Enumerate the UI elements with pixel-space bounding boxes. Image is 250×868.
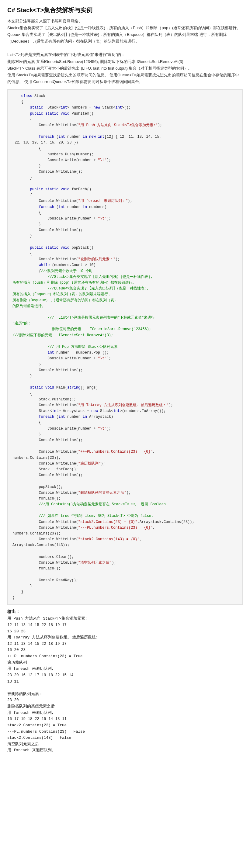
output-line-13: 23 20 (7, 697, 243, 704)
output-line-14: 删除栈队列的某些元素之后 (7, 704, 243, 710)
output-line-3: 用 ToArray 方法从序列创建数组. 然后遍历数组: (7, 634, 243, 641)
output-line-12: 被删除的队列元素： (7, 691, 243, 698)
output-line-20: 清空队列元素之后 (7, 741, 243, 748)
intro-line-6: 删除对应的元素 某系IGenericSort.Remove(123456); 删… (7, 58, 243, 65)
intro-line-5: List<T>列表是按照元素在列表中的"下标或元素值"来进行"遍历"的： (7, 51, 243, 58)
output-line-8: 用 foreach 来遍历队列, (7, 666, 243, 672)
output-line-2: 16 20 23 (7, 628, 243, 635)
output-line-5: 16 20 23 (7, 647, 243, 653)
intro-line-8: 使用 Stack<T>如果需要查找后进先出的顺序访问的信息。 使用Queue<T… (7, 72, 243, 85)
output-line-10: 13 11 (7, 679, 243, 685)
intro-line-1: 本文部分注释部分来源于书籍和官网网络。 (7, 18, 243, 25)
output-label: 输出： (7, 609, 243, 615)
output-line-7: 遍历栈队列 (7, 660, 243, 666)
output-line-9: 23 20 16 12 17 19 18 22 15 14 (7, 672, 243, 679)
output-line-1: 12 11 13 14 15 22 18 19 17 (7, 622, 243, 628)
output-line-11 (7, 685, 243, 691)
output-line-16: 16 17 19 18 22 15 14 13 11 (7, 716, 243, 722)
output-line-0: 用 Push 方法来向 Stack<T>集合添加元素: (7, 616, 243, 622)
output-block: 用 Push 方法来向 Stack<T>集合添加元素: 12 11 13 14 … (7, 616, 243, 754)
output-line-19: stack2.Contains(143) = False (7, 735, 243, 741)
intro-line-7: Stack<T> Class 表示可变大小的后进先出 (LIFO, last i… (7, 65, 243, 72)
page-title: C# Stack<T>集合类解析与实例 (7, 6, 243, 14)
code-block: class Stack { static Stack<int> numbers … (7, 89, 243, 605)
output-line-15: 用 foreach 来遍历队列, (7, 710, 243, 716)
output-line-17: stack2.Contains(23) = True (7, 722, 243, 729)
output-line-6: +++PL.numbers.Contains(23) = True (7, 653, 243, 660)
output-line-21: 用 foreach 来遍历队列, (7, 747, 243, 754)
output-line-18: ---PL.numbers.Contains(23) = False (7, 729, 243, 735)
output-line-4: 12 11 13 14 15 22 18 19 17 (7, 641, 243, 647)
intro-section: 本文部分注释部分来源于书籍和官网网络。 Stack<集合类实现了【后入先出的栈】… (7, 18, 243, 85)
intro-line-3: Queue<集合类实现了【先出队列】(也是一种线性表)，所有的插入（Enqueu… (7, 31, 243, 45)
intro-line-2: Stack<集合类实现了【后入先出的栈】(也是一种线性表)，所有的插入（Push… (7, 25, 243, 31)
